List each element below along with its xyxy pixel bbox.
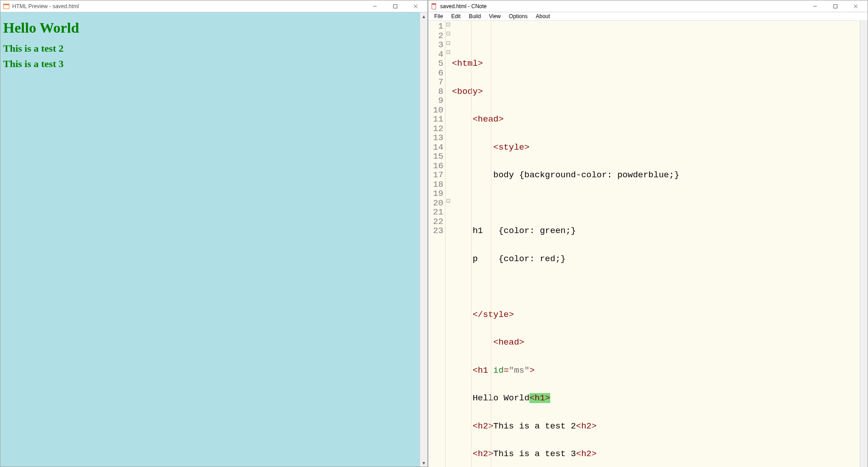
line-number: 14	[428, 143, 443, 152]
line-number: 18	[428, 180, 443, 190]
editor-vertical-scrollbar[interactable]	[860, 21, 868, 467]
editor-window: saved.html - CNote File Edit Build View …	[428, 0, 868, 467]
editor-menubar: File Edit Build View Options About	[428, 12, 868, 21]
editor-close-button[interactable]	[845, 0, 866, 12]
preview-app-icon	[3, 3, 10, 10]
line-number: 7	[428, 78, 443, 87]
line-number: 9	[428, 96, 443, 106]
line-number: 22	[428, 217, 443, 227]
fold-toggle-icon[interactable]: -	[446, 199, 450, 203]
menu-build[interactable]: Build	[465, 12, 485, 20]
preview-content: Hello World This is a test 2 This is a t…	[0, 12, 420, 467]
menu-edit[interactable]: Edit	[447, 12, 465, 20]
editor-titlebar[interactable]: saved.html - CNote	[428, 0, 868, 12]
code-area[interactable]: <html> <body> <head> <style> body {backg…	[451, 21, 860, 467]
line-number: 20	[428, 199, 443, 208]
preview-h2-1: This is a test 2	[3, 43, 417, 54]
line-number: 15	[428, 152, 443, 161]
scroll-down-icon[interactable]: ▾	[420, 459, 427, 467]
line-number: 8	[428, 87, 443, 97]
preview-window: HTML Preview - saved.html Hello World Th…	[0, 0, 428, 467]
svg-rect-3	[393, 5, 397, 8]
fold-toggle-icon[interactable]: -	[446, 41, 450, 45]
line-number: 3	[428, 40, 443, 50]
line-number: 1	[428, 22, 443, 31]
line-number: 10	[428, 106, 443, 115]
menu-view[interactable]: View	[485, 12, 505, 20]
preview-close-button[interactable]	[405, 0, 426, 12]
preview-scrollbar[interactable]: ▴ ▾	[420, 12, 427, 467]
line-number: 5	[428, 59, 443, 68]
menu-about[interactable]: About	[532, 12, 554, 20]
line-number-gutter: 1 2 3 4 5 6 7 8 9 10 11 12 13 14 15 16 1…	[428, 21, 446, 467]
scroll-up-icon[interactable]: ▴	[420, 12, 427, 20]
fold-toggle-icon[interactable]: -	[446, 32, 450, 35]
preview-viewport: Hello World This is a test 2 This is a t…	[0, 12, 427, 467]
preview-titlebar[interactable]: HTML Preview - saved.html	[0, 0, 427, 12]
line-number: 19	[428, 189, 443, 199]
line-number: 16	[428, 161, 443, 171]
editor-app-icon	[431, 3, 437, 10]
fold-toggle-icon[interactable]: -	[446, 50, 450, 54]
preview-h2-2: This is a test 3	[3, 58, 417, 70]
line-number: 13	[428, 133, 443, 143]
menu-options[interactable]: Options	[505, 12, 532, 20]
svg-rect-7	[432, 3, 436, 5]
line-number: 12	[428, 124, 443, 134]
line-number: 4	[428, 50, 443, 59]
line-number: 21	[428, 208, 443, 217]
editor-title: saved.html - CNote	[440, 3, 805, 10]
preview-maximize-button[interactable]	[385, 0, 405, 12]
svg-rect-9	[834, 5, 837, 8]
preview-title: HTML Preview - saved.html	[12, 3, 364, 10]
editor-maximize-button[interactable]	[825, 0, 845, 12]
fold-column[interactable]: - - - - -	[446, 21, 451, 467]
line-number: 6	[428, 68, 443, 78]
preview-minimize-button[interactable]	[364, 0, 385, 12]
editor-minimize-button[interactable]	[805, 0, 825, 12]
line-number: 17	[428, 170, 443, 180]
line-number: 11	[428, 115, 443, 124]
line-number: 23	[428, 226, 443, 236]
svg-rect-1	[4, 4, 9, 5]
preview-h1: Hello World	[3, 19, 417, 36]
line-number: 2	[428, 31, 443, 41]
menu-file[interactable]: File	[430, 12, 447, 20]
fold-toggle-icon[interactable]: -	[446, 23, 450, 26]
editor-viewport[interactable]: 1 2 3 4 5 6 7 8 9 10 11 12 13 14 15 16 1…	[428, 21, 868, 467]
